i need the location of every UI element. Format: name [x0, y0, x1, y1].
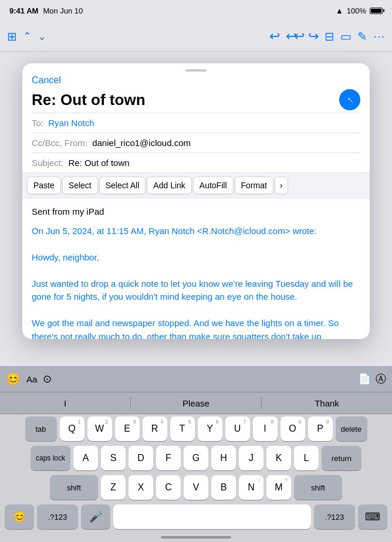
- cancel-area: Cancel: [22, 74, 370, 89]
- emoji-key[interactable]: 😊: [5, 504, 34, 529]
- key-t[interactable]: T5: [170, 416, 195, 441]
- to-field[interactable]: To: Ryan Notch: [22, 113, 370, 133]
- subject-value: Re: Out of town: [68, 158, 129, 168]
- return-key[interactable]: return: [322, 446, 361, 470]
- key-m[interactable]: M?: [266, 475, 291, 500]
- key-r[interactable]: R4: [143, 416, 167, 441]
- cursor-placeholder: I: [0, 398, 130, 408]
- handle-pill: [185, 69, 207, 72]
- key-k[interactable]: K: [266, 446, 291, 470]
- key-q[interactable]: Q1: [60, 416, 85, 441]
- key-e[interactable]: E3: [115, 416, 140, 441]
- key-h[interactable]: H: [211, 446, 236, 470]
- paste-button[interactable]: Paste: [27, 177, 61, 194]
- paragraph-1: Howdy, neighbor,: [32, 251, 360, 265]
- mic-key[interactable]: 🎤: [81, 504, 110, 529]
- subject-label: Subject:: [32, 158, 63, 168]
- select-all-button[interactable]: Select All: [99, 177, 146, 194]
- chevron-down-icon[interactable]: ⌄: [38, 30, 46, 43]
- cc-field[interactable]: Cc/Bcc, From: daniel_rico1@icloud.com: [22, 133, 370, 153]
- key-c[interactable]: C: [156, 475, 181, 500]
- email-subject-title: Re: Out of town: [32, 91, 339, 109]
- subject-field[interactable]: Subject: Re: Out of town: [22, 153, 370, 172]
- predictive-thank[interactable]: Thank: [262, 398, 392, 408]
- home-bar: [161, 536, 231, 538]
- email-body[interactable]: Sent from my iPad On Jun 5, 2024, at 11:…: [22, 198, 370, 339]
- more-icon[interactable]: ⋯: [373, 29, 385, 43]
- key-n[interactable]: N!: [239, 475, 263, 500]
- chevron-up-icon[interactable]: ⌃: [23, 30, 32, 43]
- paragraph-3: We got the mail and newspaper stopped. A…: [32, 317, 360, 339]
- predictive-please[interactable]: Please: [131, 398, 261, 408]
- battery-percentage: 100%: [347, 6, 366, 15]
- status-bar: 9:41 AM Mon Jun 10 ▲ 100%: [0, 0, 392, 21]
- key-p[interactable]: P0: [308, 416, 333, 441]
- keyboard-dismiss-key[interactable]: ⌨: [358, 504, 387, 529]
- key-f[interactable]: F: [156, 446, 181, 470]
- shift-right-key[interactable]: shift: [294, 475, 342, 500]
- battery-icon: [370, 8, 383, 14]
- autofill-button[interactable]: AutoFill: [193, 177, 234, 194]
- reply-icon[interactable]: ↩: [269, 29, 280, 44]
- key-u[interactable]: U7: [225, 416, 250, 441]
- keyboard-rows: tab Q1 W2 E3 R4 T5 Y6 U7 I8 O9 P0 delete…: [0, 414, 392, 529]
- delete-key[interactable]: delete: [336, 416, 367, 441]
- key-y[interactable]: Y6: [198, 416, 222, 441]
- format-button[interactable]: Format: [235, 177, 273, 194]
- emoji-picker-icon[interactable]: 😊: [6, 372, 21, 386]
- sidebar-icon[interactable]: ⊞: [7, 29, 17, 43]
- add-link-button[interactable]: Add Link: [147, 177, 191, 194]
- key-s[interactable]: S: [101, 446, 126, 470]
- key-l[interactable]: L: [294, 446, 319, 470]
- email-title-row: Re: Out of town ↑: [22, 89, 370, 113]
- key-z[interactable]: Z: [101, 475, 126, 500]
- predictive-bar: I Please Thank: [0, 392, 392, 414]
- more-options-button[interactable]: ›: [275, 177, 288, 194]
- quoted-header: On Jun 5, 2024, at 11:15 AM, Ryan Notch …: [32, 225, 360, 238]
- key-row-3: shift Z X C V B N! M? shift: [2, 475, 390, 500]
- paragraph-2: Just wanted to drop a quick note to let …: [32, 277, 360, 304]
- to-label: To:: [32, 118, 43, 128]
- mail-toolbar: ⊞ ⌃ ⌄ ↩ ↩↩ ↪ ⊟ ▭ ✎ ⋯: [0, 21, 392, 52]
- folder-icon[interactable]: ▭: [340, 29, 352, 43]
- wifi-icon: ▲: [336, 6, 343, 15]
- status-date: Mon Jun 10: [43, 6, 83, 15]
- key-j[interactable]: J: [239, 446, 263, 470]
- compose-modal: Cancel Re: Out of town ↑ To: Ryan Notch …: [22, 63, 370, 339]
- edit-toolbar: Paste Select Select All Add Link AutoFil…: [22, 172, 370, 198]
- key-o[interactable]: O9: [281, 416, 305, 441]
- shift-left-key[interactable]: shift: [50, 475, 98, 500]
- send-icon: ↑: [344, 94, 355, 105]
- key-d[interactable]: D: [129, 446, 153, 470]
- key-b[interactable]: B: [211, 475, 236, 500]
- key-w[interactable]: W2: [87, 416, 112, 441]
- select-button[interactable]: Select: [62, 177, 98, 194]
- camera-icon[interactable]: ⊙: [43, 372, 52, 385]
- key-a[interactable]: A: [73, 446, 98, 470]
- send-button[interactable]: ↑: [339, 89, 360, 110]
- caps-lock-key[interactable]: caps lock: [31, 446, 70, 470]
- reply-all-icon[interactable]: ↩↩: [286, 29, 302, 44]
- format-icon[interactable]: Ⓐ: [376, 372, 386, 386]
- file-icon[interactable]: 📄: [358, 372, 371, 385]
- key-row-2: caps lock A S D F G H J K L return: [2, 446, 390, 470]
- key-x[interactable]: X: [129, 475, 153, 500]
- num-mode-key[interactable]: .?123: [37, 504, 78, 529]
- modal-handle: [22, 63, 370, 74]
- num-mode-right-key[interactable]: .?123: [314, 504, 355, 529]
- keyboard-toolbar: 😊 Aa ⊙ 📄 Ⓐ: [0, 366, 392, 392]
- tab-key[interactable]: tab: [25, 416, 57, 441]
- compose-icon[interactable]: ✎: [357, 29, 367, 43]
- key-v[interactable]: V: [184, 475, 208, 500]
- sent-line: Sent from my iPad: [32, 205, 360, 219]
- forward-icon[interactable]: ↪: [308, 29, 319, 44]
- key-g[interactable]: G: [184, 446, 208, 470]
- status-time: 9:41 AM: [9, 6, 38, 15]
- trash-icon[interactable]: ⊟: [325, 29, 334, 43]
- from-value: daniel_rico1@icloud.com: [92, 138, 191, 148]
- key-i[interactable]: I8: [253, 416, 278, 441]
- to-value: Ryan Notch: [48, 118, 94, 128]
- space-key[interactable]: [113, 504, 311, 529]
- font-size-icon[interactable]: Aa: [26, 374, 37, 384]
- cancel-button[interactable]: Cancel: [32, 75, 61, 86]
